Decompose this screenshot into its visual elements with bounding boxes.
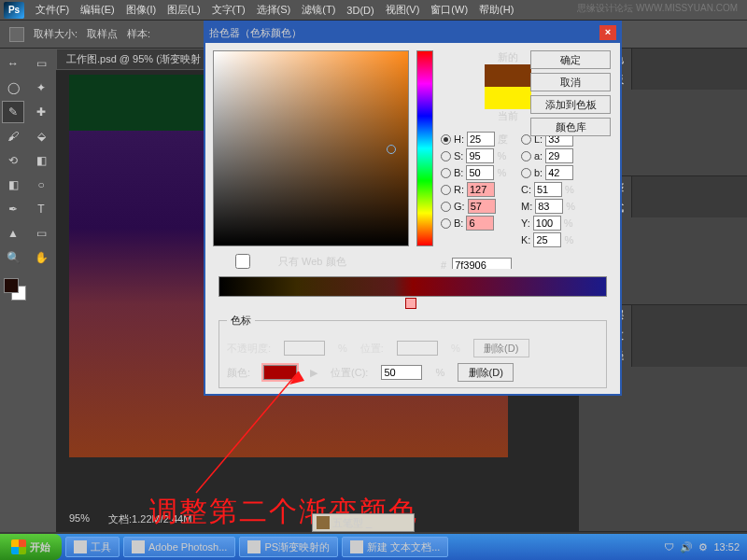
ps-icon bbox=[132, 540, 145, 553]
lasso-tool-icon[interactable]: ◯ bbox=[2, 77, 24, 99]
m-input[interactable] bbox=[535, 199, 563, 214]
menu-filter[interactable]: 滤镜(T) bbox=[296, 3, 341, 17]
menu-edit[interactable]: 编辑(E) bbox=[75, 3, 120, 17]
type-tool-icon[interactable]: T bbox=[30, 198, 52, 220]
path-select-icon[interactable]: ▲ bbox=[2, 222, 24, 245]
ok-button[interactable]: 确定 bbox=[530, 50, 611, 69]
menu-layer[interactable]: 图层(L) bbox=[162, 3, 205, 17]
g-input[interactable] bbox=[468, 199, 496, 214]
s-input[interactable] bbox=[466, 148, 494, 163]
a-radio[interactable] bbox=[521, 151, 531, 161]
hue-slider[interactable] bbox=[416, 50, 433, 246]
pos2-input[interactable] bbox=[381, 365, 422, 380]
g-radio[interactable] bbox=[441, 202, 451, 212]
a-input[interactable] bbox=[545, 148, 573, 163]
gradient-stop-marker[interactable] bbox=[405, 298, 416, 309]
y-unit: % bbox=[564, 217, 573, 229]
zoom-value[interactable]: 95% bbox=[69, 512, 90, 526]
pos2-unit: % bbox=[435, 367, 444, 378]
menu-window[interactable]: 窗口(W) bbox=[425, 3, 473, 17]
pen-tool-icon[interactable]: ✒ bbox=[2, 198, 24, 220]
shape-tool-icon[interactable]: ▭ bbox=[30, 222, 52, 245]
a-label: a: bbox=[534, 150, 543, 161]
sample-label: 样本: bbox=[127, 27, 150, 41]
color-cursor-icon[interactable] bbox=[387, 145, 396, 154]
move-tool-icon[interactable]: ↔ bbox=[2, 52, 24, 75]
ime-bar[interactable]: 五笔型 _ bbox=[312, 513, 415, 532]
current-color-label: 当前 bbox=[498, 109, 518, 123]
menu-help[interactable]: 帮助(H) bbox=[473, 3, 519, 17]
wand-tool-icon[interactable]: ✦ bbox=[30, 77, 52, 99]
taskbar-item[interactable]: Adobe Photosh... bbox=[123, 537, 235, 557]
b-input[interactable] bbox=[466, 216, 494, 231]
y-input[interactable] bbox=[533, 216, 561, 231]
new-color-label: 新的 bbox=[498, 50, 518, 64]
bv-radio[interactable] bbox=[441, 168, 451, 178]
current-color-swatch[interactable] bbox=[485, 87, 531, 109]
brush-tool-icon[interactable]: 🖌 bbox=[2, 125, 24, 147]
document-tab[interactable]: 工作图.psd @ 95% (渐变映射 bbox=[56, 49, 211, 70]
clock[interactable]: 13:52 bbox=[713, 541, 740, 553]
k-unit: % bbox=[564, 234, 573, 245]
h-input[interactable] bbox=[467, 132, 495, 147]
stop-color-swatch[interactable] bbox=[263, 365, 297, 380]
cancel-button[interactable]: 取消 bbox=[530, 73, 611, 91]
menu-type[interactable]: 文字(T) bbox=[206, 3, 251, 17]
ime-min-icon[interactable]: _ bbox=[366, 517, 372, 528]
color-lib-button[interactable]: 颜色库 bbox=[530, 118, 611, 136]
r-radio[interactable] bbox=[441, 185, 451, 195]
delete2-button[interactable]: 删除(D) bbox=[458, 363, 514, 382]
chevron-right-icon[interactable]: ▶ bbox=[310, 367, 317, 379]
lab-b-input[interactable] bbox=[545, 165, 573, 180]
zoom-tool-icon[interactable]: 🔍 bbox=[2, 246, 24, 269]
taskbar-item[interactable]: 新建 文本文档... bbox=[342, 537, 448, 557]
gradient-bar[interactable] bbox=[218, 276, 607, 297]
lab-b-radio[interactable] bbox=[521, 168, 531, 178]
stop-color-label: 颜色: bbox=[227, 366, 250, 380]
dialog-title: 拾色器（色标颜色） bbox=[209, 26, 302, 40]
r-input[interactable] bbox=[467, 182, 495, 197]
menu-file[interactable]: 文件(F) bbox=[30, 3, 75, 17]
menu-3d[interactable]: 3D(D) bbox=[341, 5, 379, 16]
start-button[interactable]: 开始 bbox=[0, 534, 62, 560]
tray-icon[interactable]: 🛡 bbox=[664, 541, 674, 553]
tray-icon[interactable]: ⚙ bbox=[698, 541, 708, 553]
b-label: B: bbox=[454, 217, 463, 229]
system-tray[interactable]: 🛡 🔊 ⚙ 13:52 bbox=[656, 541, 747, 553]
history-brush-icon[interactable]: ⟲ bbox=[2, 149, 24, 172]
ps-logo-icon: Ps bbox=[4, 2, 24, 19]
k-input[interactable] bbox=[533, 232, 561, 247]
menu-image[interactable]: 图像(I) bbox=[120, 3, 162, 17]
taskbar-item[interactable]: PS渐变映射的 bbox=[239, 537, 338, 557]
bv-input[interactable] bbox=[466, 165, 494, 180]
eyedropper-tool-icon[interactable]: ✎ bbox=[2, 101, 24, 123]
menu-view[interactable]: 视图(V) bbox=[380, 3, 426, 17]
foreground-swatch[interactable] bbox=[4, 278, 19, 293]
toolbox-col2: ▭ ✦ ✚ ⬙ ◧ ○ T ▭ ✋ bbox=[28, 49, 56, 532]
color-swatches[interactable] bbox=[2, 276, 26, 301]
eraser-tool-icon[interactable]: ◧ bbox=[30, 149, 52, 172]
sample-size-value[interactable]: 取样点 bbox=[87, 27, 118, 41]
dialog-titlebar[interactable]: 拾色器（色标颜色） × bbox=[205, 22, 620, 43]
marquee-tool-icon[interactable]: ▭ bbox=[30, 52, 52, 75]
s-radio[interactable] bbox=[441, 151, 451, 161]
close-icon[interactable]: × bbox=[599, 25, 616, 40]
menu-select[interactable]: 选择(S) bbox=[251, 3, 297, 17]
add-swatch-button[interactable]: 添加到色板 bbox=[530, 95, 611, 114]
dodge-tool-icon[interactable]: ○ bbox=[30, 174, 52, 196]
stamp-tool-icon[interactable]: ⬙ bbox=[30, 125, 52, 147]
b-radio[interactable] bbox=[441, 218, 451, 229]
taskbar-item[interactable]: 工具 bbox=[65, 537, 120, 557]
c-input[interactable] bbox=[534, 182, 562, 197]
web-only-checkbox[interactable] bbox=[213, 254, 273, 269]
gradient-tool-icon[interactable]: ◧ bbox=[2, 174, 24, 196]
eyedropper-icon[interactable] bbox=[9, 27, 24, 42]
tray-icon[interactable]: 🔊 bbox=[680, 541, 693, 553]
lab-b-label: b: bbox=[534, 167, 543, 178]
h-radio[interactable] bbox=[441, 134, 451, 145]
bv-label: B: bbox=[454, 167, 463, 178]
color-field[interactable] bbox=[213, 50, 409, 246]
new-color-swatch bbox=[485, 64, 531, 87]
heal-tool-icon[interactable]: ✚ bbox=[30, 101, 52, 123]
hand-tool-icon[interactable]: ✋ bbox=[30, 246, 52, 269]
